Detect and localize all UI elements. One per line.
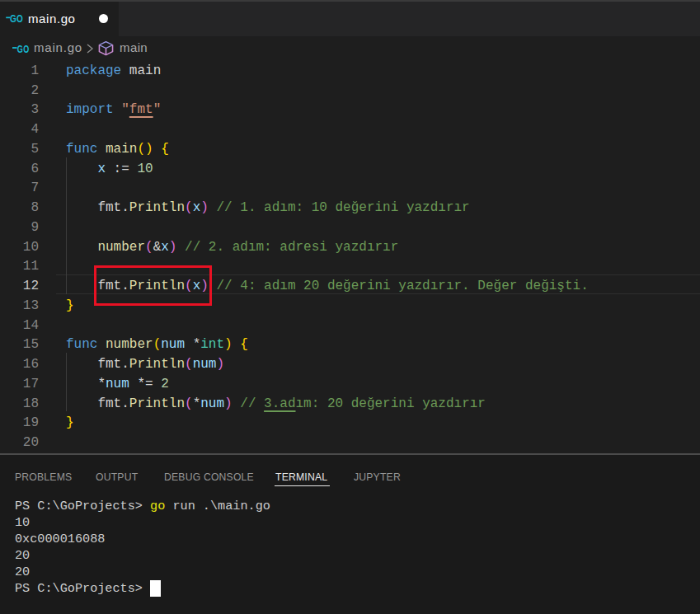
svg-text:GO: GO (17, 43, 30, 55)
svg-text:GO: GO (10, 12, 23, 25)
